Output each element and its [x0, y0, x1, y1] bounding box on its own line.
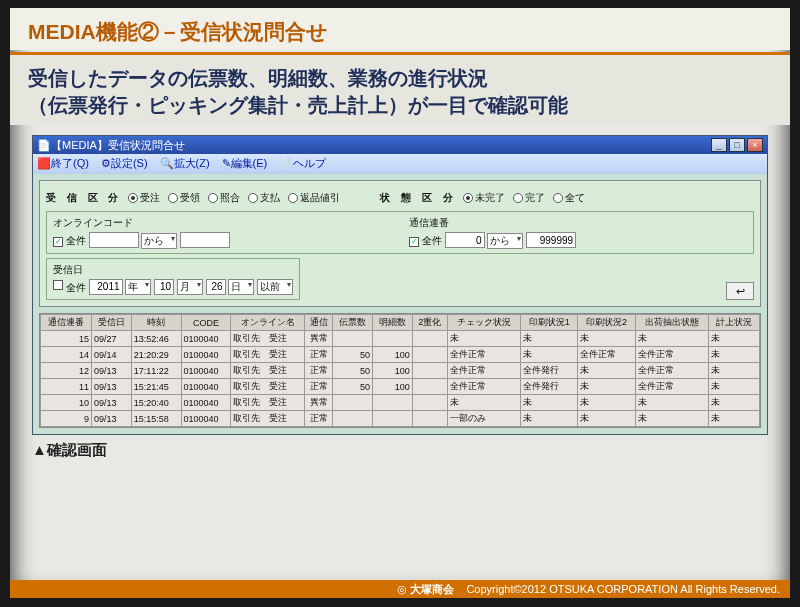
col-check[interactable]: チェック状況: [447, 315, 520, 331]
table-cell: 未: [708, 347, 759, 363]
date-all-checkbox[interactable]: [53, 280, 63, 290]
table-cell: 未: [578, 411, 635, 427]
seq-all-text: 全件: [422, 235, 442, 246]
online-code-from[interactable]: [89, 232, 139, 248]
col-kei[interactable]: 計上状況: [708, 315, 759, 331]
radio-juchuu[interactable]: 受注: [128, 191, 160, 205]
table-cell: 未: [635, 331, 708, 347]
day-input[interactable]: [206, 279, 226, 295]
table-cell: 50: [333, 363, 373, 379]
col-online-name[interactable]: オンライン名: [231, 315, 304, 331]
table-cell: [373, 331, 413, 347]
menu-close[interactable]: 🟥終了(Q): [37, 156, 89, 172]
table-cell: 未: [708, 411, 759, 427]
table-cell: 15: [41, 331, 92, 347]
col-comm[interactable]: 通信: [304, 315, 333, 331]
col-seq[interactable]: 通信連番: [41, 315, 92, 331]
table-cell: 異常: [304, 331, 333, 347]
radio-shiharai[interactable]: 支払: [248, 191, 280, 205]
col-dup[interactable]: 2重化: [412, 315, 447, 331]
company-logo-icon: ◎: [397, 583, 407, 595]
table-cell: 13:52:46: [131, 331, 181, 347]
col-ship[interactable]: 出荷抽出状態: [635, 315, 708, 331]
radio-shougou[interactable]: 照合: [208, 191, 240, 205]
table-cell: 全件発行: [521, 379, 578, 395]
table-row[interactable]: 1109/1315:21:450100040取引先 受注正常50100全件正常全…: [41, 379, 760, 395]
menubar: 🟥終了(Q) ⚙設定(S) 🔍拡大(Z) ✎編集(E) ❔ヘルプ: [33, 154, 767, 174]
radio-henpin[interactable]: 返品値引: [288, 191, 340, 205]
table-cell: 全件正常: [635, 379, 708, 395]
window-titlebar[interactable]: 📄 【MEDIA】受信状況問合せ _ □ ×: [33, 136, 767, 154]
seq-from-select[interactable]: から: [487, 233, 523, 249]
table-cell: 100: [373, 379, 413, 395]
table-cell: 未: [708, 363, 759, 379]
result-grid: 通信連番 受信日 時刻 CODE オンライン名 通信 伝票数 明細数 2重化 チ…: [39, 313, 761, 428]
radio-kanryou[interactable]: 完了: [513, 191, 545, 205]
seq-from-input[interactable]: [445, 232, 485, 248]
menu-edit[interactable]: ✎編集(E): [222, 156, 268, 172]
menu-settings[interactable]: ⚙設定(S): [101, 156, 148, 172]
table-row[interactable]: 1209/1317:11:220100040取引先 受注正常50100全件正常全…: [41, 363, 760, 379]
table-cell: 取引先 受注: [231, 347, 304, 363]
year-unit[interactable]: 年: [125, 279, 151, 295]
minimize-button[interactable]: _: [711, 138, 727, 152]
radio-subete[interactable]: 全て: [553, 191, 585, 205]
recv-class-radios: 受注 受領 照合 支払 返品値引: [128, 191, 340, 205]
col-code[interactable]: CODE: [181, 315, 231, 331]
table-cell: 正常: [304, 347, 333, 363]
before-after-select[interactable]: 以前: [257, 279, 293, 295]
col-date[interactable]: 受信日: [91, 315, 131, 331]
table-row[interactable]: 1509/2713:52:460100040取引先 受注異常未未未未未: [41, 331, 760, 347]
table-cell: 未: [635, 395, 708, 411]
table-cell: 未: [578, 363, 635, 379]
table-cell: 全件正常: [447, 347, 520, 363]
table-row[interactable]: 909/1315:15:580100040取引先 受注正常一部のみ未未未未: [41, 411, 760, 427]
table-cell: 未: [708, 379, 759, 395]
radio-mikanryou[interactable]: 未完了: [463, 191, 505, 205]
online-all-checkbox[interactable]: ✓: [53, 237, 63, 247]
close-button[interactable]: ×: [747, 138, 763, 152]
table-cell: 9: [41, 411, 92, 427]
col-den[interactable]: 伝票数: [333, 315, 373, 331]
table-cell: [333, 411, 373, 427]
table-row[interactable]: 1409/1421:20:290100040取引先 受注正常50100全件正常未…: [41, 347, 760, 363]
table-cell: 15:15:58: [131, 411, 181, 427]
table-cell: 未: [635, 411, 708, 427]
table-cell: 未: [578, 379, 635, 395]
day-unit[interactable]: 日: [228, 279, 254, 295]
status-class-radios: 未完了 完了 全て: [463, 191, 585, 205]
menu-help[interactable]: ❔ヘルプ: [279, 156, 326, 172]
online-code-label: オンラインコード: [53, 216, 391, 230]
table-cell: 0100040: [181, 331, 231, 347]
table-cell: 09/13: [91, 379, 131, 395]
table-cell: 未: [708, 331, 759, 347]
table-cell: 全件正常: [447, 379, 520, 395]
radio-juryou[interactable]: 受領: [168, 191, 200, 205]
table-cell: 全件発行: [521, 363, 578, 379]
seq-all-checkbox[interactable]: ✓: [409, 237, 419, 247]
month-input[interactable]: [154, 279, 174, 295]
online-from-select[interactable]: から: [141, 233, 177, 249]
table-cell: 取引先 受注: [231, 411, 304, 427]
company-name: 大塚商会: [410, 583, 454, 595]
date-all-text: 全件: [66, 281, 86, 292]
menu-zoom[interactable]: 🔍拡大(Z): [160, 156, 210, 172]
col-print2[interactable]: 印刷状況2: [578, 315, 635, 331]
year-input[interactable]: [89, 279, 123, 295]
online-all-text: 全件: [66, 235, 86, 246]
seq-to-input[interactable]: [526, 232, 576, 248]
screenshot-caption: ▲確認画面: [32, 441, 768, 460]
edit-icon: ✎: [222, 157, 231, 169]
maximize-button[interactable]: □: [729, 138, 745, 152]
col-time[interactable]: 時刻: [131, 315, 181, 331]
table-cell: 未: [708, 395, 759, 411]
month-unit[interactable]: 月: [177, 279, 203, 295]
col-mei[interactable]: 明細数: [373, 315, 413, 331]
online-code-to[interactable]: [180, 232, 230, 248]
submit-button[interactable]: ↩: [726, 282, 754, 300]
app-window: 📄 【MEDIA】受信状況問合せ _ □ × 🟥終了(Q) ⚙設定(S) 🔍拡大…: [32, 135, 768, 435]
col-print1[interactable]: 印刷状況1: [521, 315, 578, 331]
table-cell: 100: [373, 347, 413, 363]
table-row[interactable]: 1009/1315:20:400100040取引先 受注異常未未未未未: [41, 395, 760, 411]
slide-heading: MEDIA機能②－受信状況問合せ: [10, 8, 790, 50]
